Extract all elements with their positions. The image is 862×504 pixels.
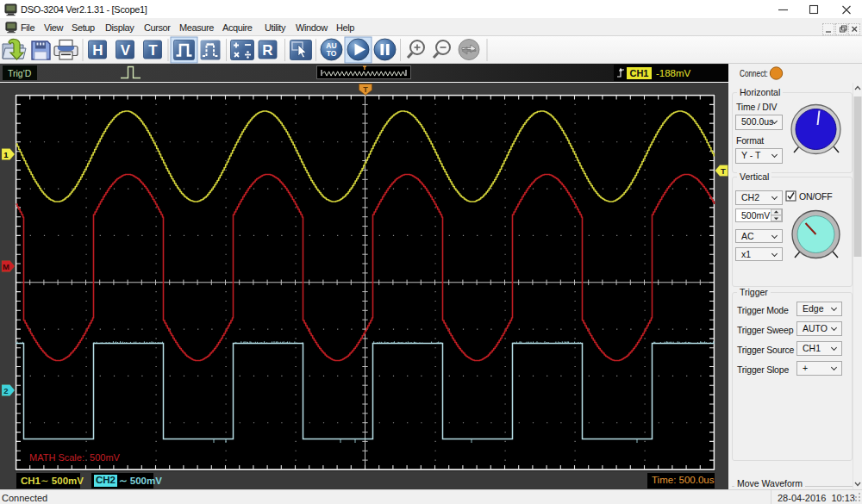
- svg-text:2: 2: [3, 386, 8, 395]
- svg-text:T: T: [148, 42, 158, 59]
- svg-text:T: T: [721, 166, 726, 176]
- svg-text:R: R: [262, 42, 272, 59]
- svg-text:TO: TO: [327, 49, 337, 58]
- svg-text:M: M: [3, 262, 9, 271]
- svg-text:V: V: [121, 42, 131, 59]
- svg-text:H: H: [92, 42, 103, 59]
- svg-text:T: T: [363, 85, 368, 94]
- svg-text:MATH Scale: 500mV: MATH Scale: 500mV: [29, 452, 121, 463]
- svg-text:1: 1: [3, 150, 9, 159]
